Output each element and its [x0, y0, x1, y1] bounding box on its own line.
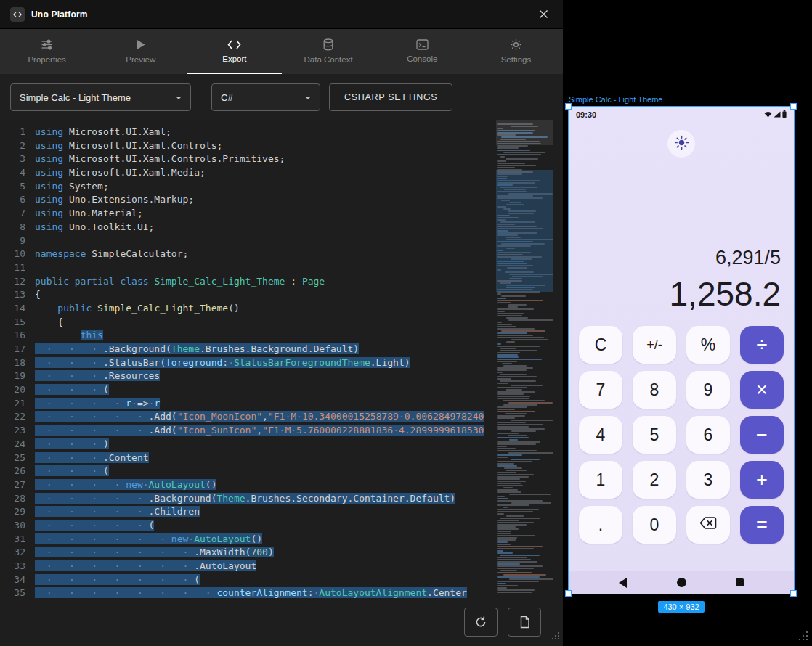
key-plusminus[interactable]: +/-: [633, 326, 676, 364]
theme-toggle-button[interactable]: [667, 130, 695, 158]
minimap-line: [506, 158, 537, 160]
window-title: Uno Platform: [31, 9, 88, 20]
editor-scrollbar[interactable]: [553, 120, 563, 598]
component-select[interactable]: Simple Calc - Light Theme: [10, 83, 191, 111]
tab-properties[interactable]: Properties: [0, 29, 94, 74]
minimap-line: [497, 433, 519, 434]
line-number: 28: [0, 492, 35, 506]
minimap-line: [509, 439, 517, 441]
design-canvas[interactable]: Simple Calc - Light Theme 09:30 6,291/5 …: [563, 0, 812, 646]
back-icon[interactable]: [619, 578, 627, 588]
key-9[interactable]: 9: [686, 371, 730, 409]
recents-icon[interactable]: [736, 578, 744, 586]
frame-label[interactable]: Simple Calc - Light Theme: [569, 95, 662, 104]
refresh-button[interactable]: [464, 608, 498, 637]
minimap-line: [497, 326, 516, 327]
backspace-button[interactable]: [686, 506, 730, 544]
key-8[interactable]: 8: [633, 371, 676, 409]
editor-code[interactable]: using Microsoft.UI.Xaml;using Microsoft.…: [35, 120, 496, 598]
phone-frame[interactable]: 09:30 6,291/5 1,258.2 C +/- % ÷ 7 8 9 ×: [569, 107, 794, 594]
key-dot[interactable]: .: [579, 506, 622, 544]
minimap-line: [503, 400, 545, 401]
tab-data-context[interactable]: Data Context: [282, 29, 375, 74]
key-percent[interactable]: %: [686, 326, 730, 364]
key-plus[interactable]: +: [740, 461, 784, 499]
line-number: 19: [0, 369, 35, 383]
minimap-line: [497, 315, 522, 316]
minimap-line: [497, 428, 545, 430]
database-icon: [322, 38, 334, 51]
tab-settings[interactable]: Settings: [469, 29, 563, 74]
csharp-settings-button[interactable]: CSHARP SETTINGS: [329, 83, 452, 111]
key-1[interactable]: 1: [579, 461, 622, 499]
key-0[interactable]: 0: [633, 506, 676, 544]
code-editor[interactable]: 1234567891011121314151617181920212223242…: [0, 120, 563, 598]
selection-handle-top-right[interactable]: [790, 103, 797, 110]
minimap[interactable]: [496, 120, 553, 598]
minimap-line: [497, 346, 540, 347]
key-7[interactable]: 7: [579, 371, 622, 409]
minimap-line: [497, 454, 522, 456]
export-file-button[interactable]: [508, 608, 541, 637]
selection-handle-top-left[interactable]: [565, 103, 572, 110]
code-line: using Uno.Material;: [35, 207, 496, 221]
code-line: namespace SimpleCalculator;: [35, 248, 496, 261]
home-icon[interactable]: [677, 578, 686, 587]
language-select[interactable]: C#: [211, 83, 320, 111]
code-line: · · · · · · · · counterAlignment:·AutoLa…: [35, 586, 496, 598]
minimap-line: [497, 443, 536, 445]
size-badge-row: 430 × 932: [569, 601, 794, 613]
minimap-line: [497, 526, 516, 528]
key-2[interactable]: 2: [633, 461, 676, 499]
key-multiply[interactable]: ×: [740, 371, 784, 409]
minimap-viewport[interactable]: [496, 120, 553, 145]
code-line: this: [35, 329, 496, 343]
size-badge: 430 × 932: [658, 601, 704, 613]
line-number: 3: [0, 152, 35, 166]
minimap-line: [497, 520, 519, 521]
line-number: 12: [0, 275, 35, 289]
minimap-line: [506, 389, 522, 391]
minimap-line: [504, 467, 521, 469]
minimap-line: [497, 539, 516, 541]
tool-window: Uno Platform Properties Preview Export: [0, 0, 563, 646]
sun-icon: [674, 135, 689, 153]
minimap-line: [497, 150, 530, 151]
selection-handle-bottom-right[interactable]: [790, 590, 797, 597]
key-4[interactable]: 4: [579, 416, 622, 454]
calc-expression: 6,291/5: [569, 246, 781, 269]
key-divide[interactable]: ÷: [740, 326, 784, 364]
component-select-value: Simple Calc - Light Theme: [20, 92, 131, 103]
minimap-line: [497, 533, 511, 534]
key-minus[interactable]: −: [740, 416, 784, 454]
play-icon: [135, 38, 146, 51]
close-icon[interactable]: [534, 5, 553, 24]
calc-result: 1,258.2: [569, 275, 781, 313]
minimap-line: [497, 522, 534, 523]
line-number: 6: [0, 193, 35, 207]
key-5[interactable]: 5: [633, 416, 676, 454]
battery-icon: [782, 110, 787, 119]
selection-handle-bottom-left[interactable]: [565, 590, 572, 597]
key-clear[interactable]: C: [579, 326, 622, 364]
resize-grip[interactable]: [798, 631, 808, 644]
key-6[interactable]: 6: [686, 416, 730, 454]
tab-console[interactable]: Console: [375, 29, 469, 74]
minimap-line: [497, 476, 529, 478]
key-equals[interactable]: =: [740, 506, 784, 544]
tab-label: Properties: [28, 55, 65, 64]
minimap-line: [497, 557, 527, 558]
minimap-line: [497, 559, 531, 560]
code-line: · · · · · · · .AutoLayout: [35, 560, 496, 573]
minimap-line: [497, 147, 519, 149]
minimap-line: [497, 311, 505, 312]
tab-preview[interactable]: Preview: [94, 29, 187, 74]
minimap-line: [497, 550, 503, 552]
minimap-line: [497, 409, 515, 410]
cell-signal-icon: [774, 110, 781, 119]
tab-export[interactable]: Export: [187, 29, 281, 74]
key-3[interactable]: 3: [686, 461, 730, 499]
minimap-line: [497, 491, 521, 493]
resize-grip[interactable]: [551, 630, 560, 643]
line-number: 8: [0, 221, 35, 234]
